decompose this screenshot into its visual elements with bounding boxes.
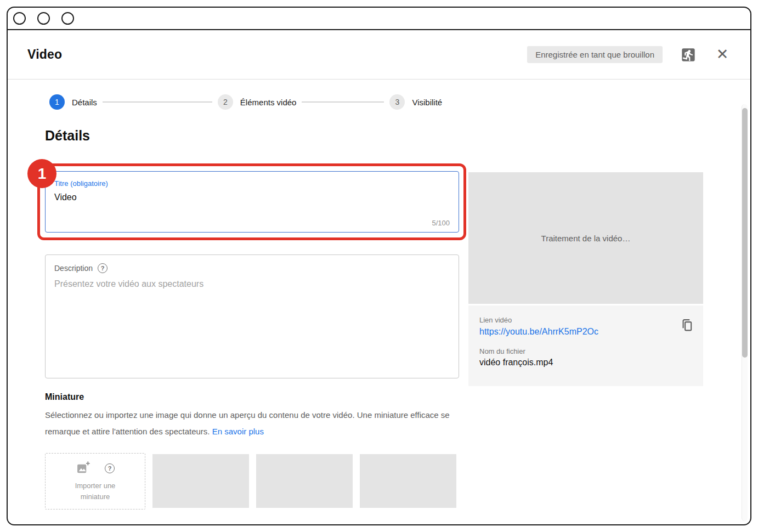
thumbnail-row: ? Importer une miniature — [45, 453, 456, 510]
thumbnail-placeholder[interactable] — [152, 454, 249, 508]
step-label: Détails — [72, 98, 97, 107]
filename-label: Nom du fichier — [479, 347, 692, 355]
title-field-value: Video — [54, 193, 450, 202]
stepper: 1 Détails 2 Éléments vidéo 3 Visibilité — [49, 94, 472, 110]
video-description-field[interactable]: Description ? Présentez votre vidéo aux … — [45, 254, 459, 378]
step-details[interactable]: 1 Détails — [49, 94, 97, 110]
step-video-elements[interactable]: 2 Éléments vidéo — [218, 94, 297, 110]
mock-browser-window: Video Enregistrée en tant que brouillon … — [7, 7, 751, 525]
step-visibility[interactable]: 3 Visibilité — [389, 94, 442, 110]
step-connector — [103, 101, 212, 103]
video-preview-panel: Traitement de la vidéo… — [468, 172, 703, 304]
thumbnail-placeholder[interactable] — [360, 454, 456, 508]
annotation-number-marker: 1 — [27, 159, 56, 188]
step-number: 2 — [218, 94, 233, 110]
draft-status-badge: Enregistrée en tant que brouillon — [527, 46, 663, 63]
filename-value: vidéo françois.mp4 — [479, 358, 692, 367]
exit-icon[interactable] — [680, 47, 697, 63]
title-field-label: Titre (obligatoire) — [54, 179, 450, 188]
step-number: 3 — [389, 94, 405, 110]
upload-thumbnail-button[interactable]: ? Importer une miniature — [45, 453, 145, 510]
step-number: 1 — [49, 94, 65, 110]
video-title-field[interactable]: Titre (obligatoire) Video 5/100 — [45, 171, 459, 233]
learn-more-link[interactable]: En savoir plus — [212, 427, 264, 436]
video-info-panel: Lien vidéo https://youtu.be/AhrrK5mP2Oc … — [468, 305, 703, 386]
window-control-icon[interactable] — [13, 12, 26, 25]
upload-thumbnail-label: Importer une miniature — [65, 480, 126, 502]
thumbnail-description: Sélectionnez ou importez une image qui d… — [45, 407, 454, 440]
dialog-content: 1 Détails 2 Éléments vidéo 3 Visibilité … — [8, 80, 750, 525]
dialog-header: Video Enregistrée en tant que brouillon … — [8, 30, 750, 80]
video-link[interactable]: https://youtu.be/AhrrK5mP2Oc — [479, 327, 692, 337]
processing-status-text: Traitement de la vidéo… — [541, 234, 631, 243]
thumbnail-placeholder[interactable] — [256, 454, 353, 508]
video-link-label: Lien vidéo — [479, 316, 692, 324]
description-field-label: Description — [54, 264, 93, 273]
help-icon[interactable]: ? — [98, 263, 108, 273]
scrollbar-thumb[interactable] — [742, 108, 748, 358]
details-section-heading: Détails — [45, 128, 90, 144]
window-control-icon[interactable] — [61, 12, 74, 25]
window-titlebar — [8, 8, 750, 30]
add-image-icon — [76, 461, 90, 476]
close-icon[interactable]: ✕ — [714, 47, 731, 62]
character-counter: 5/100 — [432, 219, 450, 227]
step-label: Éléments vidéo — [240, 98, 297, 107]
help-icon[interactable]: ? — [105, 463, 115, 473]
description-placeholder: Présentez votre vidéo aux spectateurs — [54, 279, 450, 289]
thumbnail-section-heading: Miniature — [45, 392, 84, 402]
dialog-title: Video — [27, 47, 62, 62]
copy-icon[interactable] — [679, 318, 694, 333]
window-control-icon[interactable] — [37, 12, 50, 25]
step-connector — [302, 101, 384, 103]
step-label: Visibilité — [412, 98, 442, 107]
